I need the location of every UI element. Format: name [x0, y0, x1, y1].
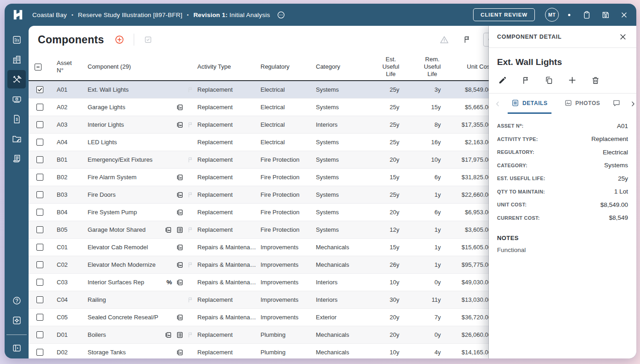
sidebar-item-properties[interactable] — [7, 50, 26, 69]
est-useful-life: 20y — [370, 209, 403, 216]
table-row[interactable]: B02 Fire Alarm System % Replacement Fire… — [29, 169, 492, 186]
column-header-asset[interactable]: Asset N° — [51, 59, 80, 75]
close-window-icon[interactable] — [618, 9, 630, 21]
flag-icon[interactable] — [521, 75, 531, 86]
row-checkbox[interactable] — [36, 261, 43, 268]
warning-icon[interactable] — [438, 33, 451, 47]
regulatory: Electrical — [261, 86, 316, 93]
row-checkbox[interactable] — [36, 156, 43, 163]
detail-tabs: DETAILS PHOTOS — [489, 94, 636, 114]
client-review-button[interactable]: CLIENT REVIEW — [473, 8, 535, 21]
tab-photos[interactable]: PHOTOS — [561, 94, 604, 114]
multi-select-icon[interactable] — [142, 33, 154, 46]
sidebar-item-collapse[interactable] — [7, 339, 26, 357]
field-value: Electrical — [603, 149, 628, 156]
row-checkbox[interactable] — [36, 174, 43, 181]
add-icon[interactable] — [567, 75, 578, 86]
column-header-regulatory[interactable]: Regulatory — [261, 63, 316, 70]
table-row[interactable]: B01 Emergency/Exit Fixtures % Replacemen… — [29, 151, 492, 169]
row-checkbox[interactable] — [36, 139, 43, 146]
tabs-next-icon[interactable] — [628, 99, 636, 109]
select-all-checkbox[interactable] — [35, 64, 41, 70]
notes-icon — [176, 226, 184, 234]
row-checkbox[interactable] — [36, 314, 43, 321]
rem-useful-life: 15y — [403, 104, 444, 111]
row-checkbox[interactable] — [36, 349, 43, 356]
column-header-category[interactable]: Category — [316, 63, 370, 70]
sidebar-item-funding[interactable] — [7, 90, 26, 108]
sidebar-item-reports[interactable] — [7, 149, 26, 168]
activity-type: Replacement — [197, 296, 261, 303]
sidebar-item-dashboard[interactable] — [7, 30, 26, 49]
delete-icon[interactable] — [590, 75, 601, 86]
regulatory: Improvements — [261, 244, 316, 251]
flag-filter-icon[interactable] — [461, 34, 473, 46]
row-checkbox[interactable] — [36, 209, 43, 216]
clipboard-icon[interactable] — [581, 9, 593, 21]
table-row[interactable]: C03 Interior Surfaces Rep % Repairs & Ma… — [29, 274, 492, 291]
duplicate-icon[interactable] — [544, 75, 554, 86]
table-row[interactable]: B05 Garage Motor Shared % Replacement Fi… — [29, 221, 492, 239]
row-checkbox[interactable] — [36, 296, 43, 303]
revision-menu-icon[interactable] — [275, 9, 287, 21]
rem-useful-life: 11y — [403, 296, 444, 303]
asset-number: C05 — [51, 314, 80, 321]
add-component-button[interactable] — [113, 33, 126, 47]
tabs-prev-icon[interactable] — [492, 99, 503, 109]
table-row[interactable]: A03 Interior Lights % Replacement Electr… — [29, 116, 492, 134]
category: Exterior — [316, 314, 370, 321]
row-checkbox[interactable] — [36, 226, 43, 233]
tab-details[interactable]: DETAILS — [508, 94, 551, 114]
table-row[interactable]: B04 Fire System Pump % Replacement Fire … — [29, 204, 492, 221]
sidebar-item-help[interactable] — [7, 291, 26, 310]
detail-field-row: UNIT COST: $8,549.00 — [497, 198, 628, 211]
detail-field-row: ASSET Nº: A01 — [497, 119, 628, 133]
table-row[interactable]: A02 Garage Lights % Replacement Electric… — [29, 99, 492, 116]
column-header-rem-useful-life[interactable]: Rem. Useful Life — [403, 56, 444, 78]
photos-icon — [176, 314, 184, 321]
field-label: REGULATORY: — [497, 149, 534, 155]
table-row[interactable]: C02 Elevator Mech Modernize % Repairs & … — [29, 256, 492, 274]
column-header-component[interactable]: Component (29) — [80, 63, 197, 70]
detail-field-row: EST. USEFUL LIFE: 25y — [497, 172, 628, 185]
edit-icon[interactable] — [497, 75, 508, 86]
detail-panel-title: COMPONENT DETAIL — [497, 34, 562, 40]
sidebar-item-projects[interactable] — [7, 129, 26, 148]
est-useful-life: 10y — [370, 349, 403, 356]
asset-number: B03 — [51, 191, 80, 198]
photos-icon — [176, 121, 184, 129]
table-row[interactable]: A04 LED Lights % Replacement Electrical … — [29, 134, 492, 151]
table-row[interactable]: C01 Elevator Cab Remodel % Repairs & Mai… — [29, 239, 492, 256]
regulatory: Fire Protection — [261, 209, 316, 216]
sidebar-item-expenditures[interactable]: $ — [7, 110, 26, 128]
row-checkbox[interactable] — [36, 121, 43, 128]
app-logo-icon[interactable] — [12, 9, 24, 21]
close-detail-icon[interactable] — [617, 31, 629, 43]
activity-type: Repairs & Maintenance — [197, 261, 261, 268]
est-useful-life: 20y — [370, 314, 403, 321]
row-checkbox[interactable] — [36, 244, 43, 251]
avatar[interactable]: MT — [545, 8, 559, 22]
row-checkbox[interactable] — [36, 86, 43, 93]
row-checkbox[interactable] — [36, 279, 43, 286]
table-row[interactable]: C04 Railing % Replacement Improvements I… — [29, 291, 492, 309]
tab-comments[interactable] — [610, 94, 626, 114]
table-row[interactable]: D02 Storage Tanks % Replacement Plumbing… — [29, 344, 492, 358]
table-row[interactable]: A01 Ext. Wall Lights % Replacement Elect… — [29, 81, 492, 99]
table-row[interactable]: B03 Fire Doors % Replacement Fire Protec… — [29, 186, 492, 204]
row-checkbox[interactable] — [36, 191, 43, 198]
table-row[interactable]: D01 Boilers % Replacement Plumbing Mecha… — [29, 326, 492, 344]
column-header-est-useful-life[interactable]: Est. Useful Life — [370, 56, 403, 78]
page-title: Components — [38, 34, 104, 46]
sidebar-item-components[interactable] — [7, 70, 26, 88]
row-checkbox[interactable] — [36, 104, 43, 111]
sidebar-item-settings[interactable] — [7, 311, 26, 329]
table-row[interactable]: C05 Sealed Concrete Reseal/P % Repairs &… — [29, 309, 492, 326]
column-header-unit-cost[interactable]: Unit Cost — [444, 63, 492, 70]
breadcrumb-study: Reserve Study Illustration [897-BFR] — [78, 12, 182, 18]
buildings-icon — [12, 55, 22, 65]
save-icon[interactable] — [599, 9, 612, 21]
row-checkbox[interactable] — [36, 331, 43, 338]
asset-number: C04 — [51, 296, 80, 303]
column-header-activity[interactable]: Activity Type — [197, 63, 261, 70]
